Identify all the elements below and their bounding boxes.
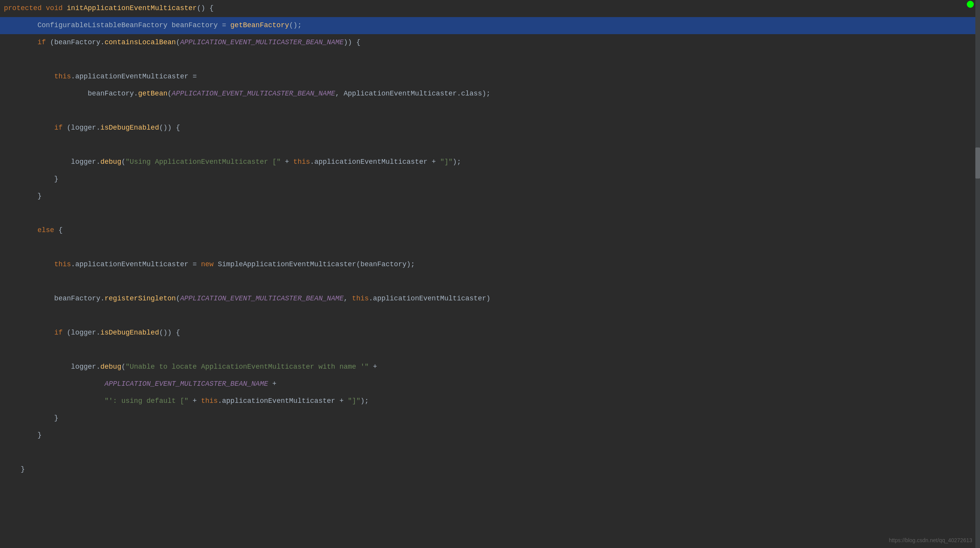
token-plain: .applicationEventMulticaster =: [71, 260, 201, 268]
scrollbar-thumb[interactable]: [975, 147, 980, 179]
code-line: protected void initApplicationEventMulti…: [0, 0, 980, 17]
token-plain: +: [369, 363, 377, 371]
token-italic-const: APPLICATION_EVENT_MULTICASTER_BEAN_NAME: [104, 380, 268, 388]
token-plain: [4, 73, 54, 80]
code-line: beanFactory.registerSingleton(APPLICATIO…: [0, 290, 980, 307]
token-plain: .applicationEventMulticaster): [369, 295, 490, 302]
token-string: "]": [348, 397, 360, 405]
line-content: this.applicationEventMulticaster =: [0, 71, 976, 82]
token-plain: ()) {: [159, 329, 180, 336]
token-kw-this: this: [54, 260, 71, 268]
token-method: debug: [100, 158, 121, 166]
line-content: if (logger.isDebugEnabled()) {: [0, 123, 976, 134]
watermark: https://blog.csdn.net/qq_40272613: [889, 536, 972, 545]
token-plain: beanFactory.: [4, 295, 104, 302]
code-line: if (logger.isDebugEnabled()) {: [0, 120, 980, 137]
token-method: getBean: [138, 90, 168, 97]
token-plain: (: [121, 158, 125, 166]
line-content: ConfigurableListableBeanFactory beanFact…: [0, 20, 976, 31]
code-line: if (beanFactory.containsLocalBean(APPLIC…: [0, 34, 980, 51]
code-line: ConfigurableListableBeanFactory beanFact…: [0, 17, 980, 34]
token-plain: .applicationEventMulticaster +: [218, 397, 348, 405]
line-content: "': using default [" + this.applicationE…: [0, 396, 976, 407]
token-plain: [42, 4, 46, 12]
line-content: logger.debug("Using ApplicationEventMult…: [0, 157, 976, 168]
code-line: [0, 444, 980, 461]
token-plain: +: [281, 158, 293, 166]
token-kw-else: else: [37, 226, 54, 234]
token-method: isDebugEnabled: [100, 329, 159, 336]
line-content: beanFactory.getBean(APPLICATION_EVENT_MU…: [0, 88, 976, 99]
token-plain: );: [453, 158, 461, 166]
line-content: if (logger.isDebugEnabled()) {: [0, 328, 976, 338]
token-plain: }: [4, 175, 58, 183]
token-plain: beanFactory.: [4, 90, 138, 97]
token-plain: [214, 260, 218, 268]
token-plain: .applicationEventMulticaster +: [310, 158, 440, 166]
token-plain: }: [4, 431, 42, 439]
status-indicator: [967, 1, 974, 8]
line-content: [0, 106, 976, 116]
code-line: logger.debug("Unable to locate Applicati…: [0, 359, 980, 376]
line-content: this.applicationEventMulticaster = new S…: [0, 259, 976, 270]
token-string: "Using ApplicationEventMulticaster [": [125, 158, 281, 166]
token-plain: [4, 226, 37, 234]
code-line: [0, 51, 980, 68]
token-plain: }: [4, 192, 42, 200]
token-plain: ConfigurableListableBeanFactory beanFact…: [4, 21, 230, 29]
scrollbar-vertical[interactable]: [975, 0, 980, 548]
token-plain: (: [121, 363, 125, 371]
token-italic-const: APPLICATION_EVENT_MULTICASTER_BEAN_NAME: [172, 90, 335, 97]
code-line: this.applicationEventMulticaster =: [0, 68, 980, 85]
token-plain: ();: [289, 21, 302, 29]
token-plain: (logger.: [63, 329, 100, 336]
token-plain: [63, 4, 67, 12]
code-line: [0, 307, 980, 324]
token-method: isDebugEnabled: [100, 124, 159, 132]
token-plain: ()) {: [159, 124, 180, 132]
code-line: else {: [0, 222, 980, 239]
code-line: "': using default [" + this.applicationE…: [0, 393, 980, 410]
token-plain: (: [176, 38, 180, 46]
token-plain: .applicationEventMulticaster =: [71, 73, 197, 80]
code-line: [0, 102, 980, 120]
line-content: }: [0, 464, 976, 475]
token-plain: (logger.: [63, 124, 100, 132]
token-method: registerSingleton: [104, 295, 176, 302]
token-kw-this: this: [54, 73, 71, 80]
token-plain: logger.: [4, 158, 100, 166]
code-lines-container: protected void initApplicationEventMulti…: [0, 0, 980, 478]
line-content: if (beanFactory.containsLocalBean(APPLIC…: [0, 37, 976, 48]
code-line: this.applicationEventMulticaster = new S…: [0, 256, 980, 273]
token-method: initApplicationEventMulticaster: [67, 4, 197, 12]
line-content: }: [0, 413, 976, 424]
token-kw-this: this: [293, 158, 310, 166]
line-content: }: [0, 191, 976, 202]
token-method: debug: [100, 363, 121, 371]
token-italic-const: APPLICATION_EVENT_MULTICASTER_BEAN_NAME: [180, 38, 344, 46]
token-plain: [4, 260, 54, 268]
token-plain: }: [4, 414, 58, 422]
token-kw-this: this: [201, 397, 218, 405]
token-kw-if: if: [37, 38, 46, 46]
code-line: APPLICATION_EVENT_MULTICASTER_BEAN_NAME …: [0, 376, 980, 393]
token-plain: )) {: [344, 38, 360, 46]
token-string: "': using default [": [104, 397, 188, 405]
token-kw-new: new: [201, 260, 214, 268]
token-plain: [4, 38, 37, 46]
token-plain: +: [268, 380, 277, 388]
token-kw-void: void: [46, 4, 63, 12]
token-kw-if: if: [54, 124, 63, 132]
token-string: "Unable to locate ApplicationEventMultic…: [125, 363, 369, 371]
line-content: }: [0, 430, 976, 441]
token-plain: logger.: [4, 363, 100, 371]
line-content: [0, 208, 976, 219]
token-plain: [4, 397, 104, 405]
token-method: getBeanFactory: [230, 21, 289, 29]
code-line: }: [0, 427, 980, 444]
token-plain: () {: [197, 4, 214, 12]
token-kw-this: this: [352, 295, 369, 302]
code-line: [0, 205, 980, 222]
line-content: APPLICATION_EVENT_MULTICASTER_BEAN_NAME …: [0, 379, 976, 390]
token-plain: +: [188, 397, 201, 405]
